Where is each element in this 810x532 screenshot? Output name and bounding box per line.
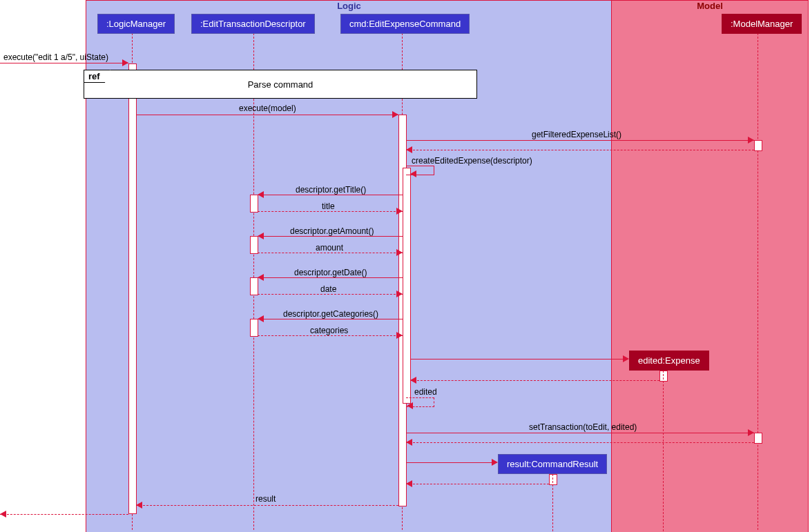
arrowhead-exec-model — [392, 111, 398, 118]
arrow-date-return — [258, 294, 403, 295]
arrow-result-to-lm — [136, 505, 398, 506]
logic-region-label: Logic — [337, 1, 361, 11]
ref-frame: ref Parse command — [84, 70, 477, 99]
arrow-getdate — [258, 277, 403, 278]
msg-result-return: result — [255, 494, 276, 504]
arrowhead-exec-entry — [122, 59, 128, 66]
arrowhead-gettitle — [258, 191, 264, 198]
msg-getamount: descriptor.getAmount() — [290, 226, 374, 236]
arrowhead-getfiltered — [748, 137, 754, 144]
arrow-getamount — [258, 236, 403, 237]
arrow-result-return — [406, 484, 549, 484]
msg-createedited: createEditedExpense(descriptor) — [412, 156, 532, 166]
msg-amount-return: amount — [316, 243, 343, 253]
participant-logicmanager: :LogicManager — [97, 14, 175, 34]
arrow-exec-entry — [0, 63, 128, 63]
arrow-getcategories — [258, 319, 403, 319]
arrowhead-categories-return — [396, 332, 403, 339]
arrow-title-return — [258, 211, 403, 212]
msg-getfiltered: getFilteredExpenseList() — [532, 130, 621, 139]
msg-date-return: date — [320, 284, 336, 294]
activation-logicmanager — [128, 63, 137, 514]
activation-model-getfiltered — [754, 140, 762, 151]
arrowhead-createedited — [410, 170, 416, 177]
arrow-gettitle — [258, 195, 403, 195]
activation-command-inner — [403, 168, 411, 404]
lifeline-modelmanager — [758, 33, 758, 530]
arrow-categories-return — [258, 335, 403, 336]
arrow-create-expense — [410, 359, 628, 359]
arrow-getfiltered — [406, 140, 754, 141]
arrowhead-exit — [0, 511, 6, 518]
arrowhead-title-return — [396, 208, 403, 215]
arrowhead-getfiltered-return — [406, 146, 412, 153]
participant-expense: edited:Expense — [629, 351, 709, 371]
arrow-getfiltered-return — [406, 150, 754, 150]
arrowhead-getdate — [258, 274, 264, 281]
arrowhead-settransaction-return — [406, 439, 412, 446]
participant-command: cmd:EditExpenseCommand — [340, 14, 470, 34]
arrowhead-date-return — [396, 290, 403, 297]
arrowhead-amount-return — [396, 249, 403, 256]
arrow-create-result — [406, 462, 497, 463]
participant-result: result:CommandResult — [498, 454, 607, 474]
sequence-diagram: Logic Model :LogicManager :EditTransacti… — [0, 0, 810, 532]
arrowhead-getamount — [258, 233, 264, 239]
msg-edited-return: edited — [414, 387, 437, 397]
activation-model-settransaction — [754, 433, 762, 444]
arrow-exec-model — [136, 115, 398, 115]
participant-descriptor: :EditTransactionDescriptor — [191, 14, 315, 34]
arrowhead-getcategories — [258, 315, 264, 322]
msg-gettitle: descriptor.getTitle() — [296, 185, 366, 195]
arrowhead-expense-return — [410, 377, 416, 384]
lifeline-expense — [663, 371, 664, 531]
arrow-expense-return — [410, 380, 659, 381]
msg-categories-return: categories — [310, 326, 348, 335]
msg-getcategories: descriptor.getCategories() — [283, 309, 378, 319]
activation-result — [549, 474, 557, 485]
arrow-settransaction — [406, 433, 754, 433]
arrowhead-result-return — [406, 480, 412, 487]
msg-exec-entry: execute("edit 1 a/5", uiState) — [3, 52, 108, 62]
arrowhead-result-to-lm — [136, 502, 142, 509]
participant-modelmanager: :ModelManager — [722, 14, 802, 34]
arrowhead-create-expense — [623, 355, 629, 362]
msg-getdate: descriptor.getDate() — [294, 268, 367, 277]
ref-label: ref — [84, 70, 110, 83]
arrowhead-settransaction — [748, 429, 754, 436]
arrowhead-create-result — [492, 459, 498, 466]
model-region: Model — [611, 0, 809, 532]
ref-text: Parse command — [248, 79, 314, 90]
arrow-amount-return — [258, 253, 403, 253]
msg-settransaction: setTransaction(toEdit, edited) — [529, 422, 637, 432]
arrow-settransaction-return — [406, 442, 754, 443]
lifeline-result — [552, 474, 553, 531]
arrowhead-selfreturn-edited — [407, 402, 413, 409]
msg-title-return: title — [322, 201, 335, 211]
activation-expense — [659, 371, 668, 382]
arrow-exit — [0, 514, 128, 515]
model-region-label: Model — [697, 1, 723, 11]
msg-exec-model: execute(model) — [239, 104, 296, 113]
